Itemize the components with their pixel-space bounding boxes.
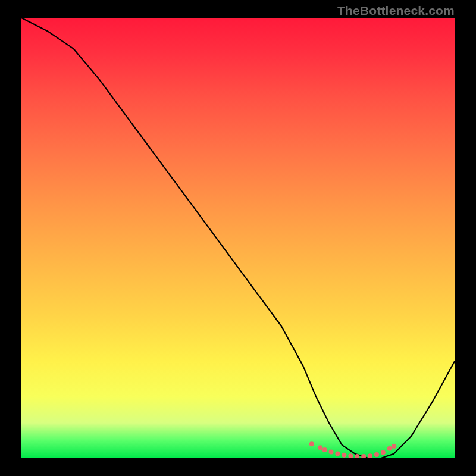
- watermark-text: TheBottleneck.com: [337, 4, 455, 18]
- marker-dot: [329, 450, 334, 455]
- marker-dot: [335, 452, 340, 456]
- marker-dot: [322, 447, 327, 452]
- bottleneck-curve: [21, 18, 455, 458]
- marker-dot: [381, 450, 386, 455]
- plot-area: [21, 18, 455, 458]
- marker-dot: [348, 453, 353, 458]
- chart-container: TheBottleneck.com: [0, 0, 476, 476]
- marker-dot: [392, 444, 396, 449]
- marker-dot: [374, 452, 379, 457]
- marker-dot: [342, 453, 346, 458]
- chart-svg: [21, 18, 455, 458]
- marker-dot: [361, 454, 366, 458]
- marker-group: [309, 441, 396, 458]
- marker-dot: [387, 446, 392, 451]
- marker-dot: [368, 453, 372, 458]
- marker-dot: [318, 445, 322, 450]
- marker-dot: [309, 441, 314, 446]
